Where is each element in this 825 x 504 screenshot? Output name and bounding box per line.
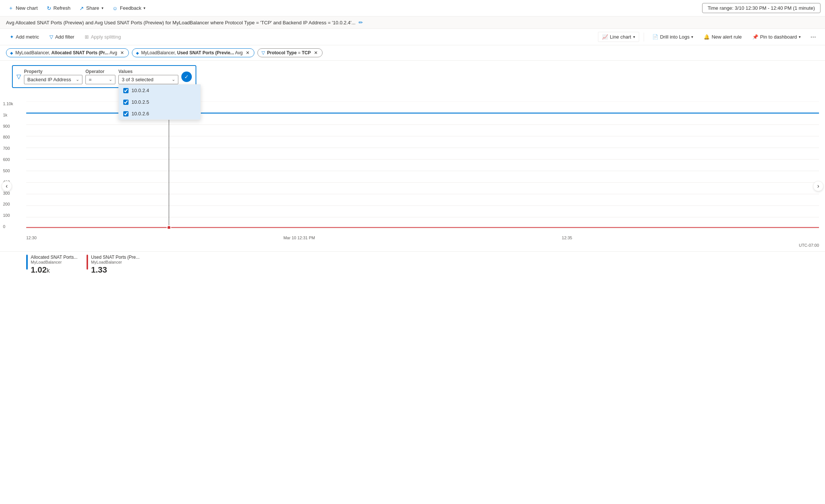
x-label-1230: 12:30 xyxy=(26,236,37,240)
diamond-icon-1: ◆ xyxy=(10,51,13,55)
feedback-button[interactable]: ☺ Feedback ▾ xyxy=(109,3,149,13)
property-label: Property xyxy=(24,69,82,74)
legend-info-1: Allocated SNAT Ports... MyLoadBalancer 1… xyxy=(31,255,78,275)
drill-chevron-icon: ▾ xyxy=(691,35,693,39)
y-label-0: 0 xyxy=(3,224,13,229)
top-toolbar: ＋ New chart ↻ Refresh ↗ Share ▾ ☺ Feedba… xyxy=(0,0,825,16)
legend-sub-1: MyLoadBalancer xyxy=(31,260,78,264)
add-metric-button[interactable]: ✦ Add metric xyxy=(6,32,43,42)
values-wrapper: Values 3 of 3 selected 10.0.2.4 10.0.2.5 xyxy=(118,69,178,84)
chart-nav-left-button[interactable]: ‹ xyxy=(1,181,12,191)
filter-editor: ▽ Property Backend IP Address Operator =… xyxy=(12,65,196,88)
legend-value-2: 1.33 xyxy=(91,265,140,275)
pin-to-dashboard-button[interactable]: 📌 Pin to dashboard ▾ xyxy=(749,32,804,42)
y-label-700: 700 xyxy=(3,146,13,151)
legend-color-bar-1 xyxy=(26,255,28,270)
y-label-100: 100 xyxy=(3,213,13,218)
remove-protocol-filter-button[interactable]: ✕ xyxy=(313,51,318,55)
drill-into-logs-button[interactable]: 📄 Drill into Logs ▾ xyxy=(649,32,697,42)
y-label-900: 900 xyxy=(3,124,13,128)
property-select[interactable]: Backend IP Address xyxy=(24,75,82,84)
x-label-1231: Mar 10 12:31 PM xyxy=(283,236,315,240)
y-label-600: 600 xyxy=(3,157,13,162)
legend-sub-2: MyLoadBalancer xyxy=(91,260,140,264)
legend-value-1: 1.02k xyxy=(31,265,78,275)
splitting-icon: ⊞ xyxy=(85,34,89,40)
chart-type-chevron-icon: ▾ xyxy=(633,35,635,39)
value-item-1[interactable]: 10.0.2.4 xyxy=(119,85,200,96)
remove-metric-2-button[interactable]: ✕ xyxy=(245,51,250,55)
legend-info-2: Used SNAT Ports (Pre... MyLoadBalancer 1… xyxy=(91,255,140,275)
operator-select[interactable]: = xyxy=(85,75,115,84)
legend-name-2: Used SNAT Ports (Pre... xyxy=(91,255,140,260)
alert-icon: 🔔 xyxy=(704,34,710,40)
value-label-2: 10.0.2.5 xyxy=(132,99,149,105)
value-checkbox-1[interactable] xyxy=(123,88,129,93)
value-item-2[interactable]: 10.0.2.5 xyxy=(119,96,200,108)
filter-editor-icon: ▽ xyxy=(16,73,21,80)
feedback-chevron-icon: ▾ xyxy=(143,6,145,10)
property-wrapper: Property Backend IP Address xyxy=(24,69,82,84)
legend-name-1: Allocated SNAT Ports... xyxy=(31,255,78,260)
values-popup: 10.0.2.4 10.0.2.5 10.0.2.6 xyxy=(118,84,201,120)
refresh-button[interactable]: ↻ Refresh xyxy=(43,3,75,13)
value-checkbox-2[interactable] xyxy=(123,100,129,105)
metric-chip-2: ◆ MyLoadBalancer, Used SNAT Ports (Previ… xyxy=(132,48,254,57)
x-label-1235: 12:35 xyxy=(562,236,572,240)
share-chevron-icon: ▾ xyxy=(102,6,103,10)
edit-icon[interactable]: ✏ xyxy=(359,19,363,25)
add-metric-icon: ✦ xyxy=(10,34,14,40)
confirm-filter-button[interactable]: ✓ xyxy=(181,72,192,82)
metric-chip-1: ◆ MyLoadBalancer, Allocated SNAT Ports (… xyxy=(6,48,129,57)
y-axis-labels: 1.10k 1k 900 800 700 600 500 400 300 200… xyxy=(3,101,13,229)
x-axis-labels: 12:30 Mar 10 12:31 PM 12:35 xyxy=(26,236,819,240)
y-label-1k: 1k xyxy=(3,113,13,117)
line-chart-icon: 📈 xyxy=(602,34,608,40)
protocol-filter-tag: ▽ Protocol Type = TCP ✕ xyxy=(257,48,323,57)
remove-metric-1-button[interactable]: ✕ xyxy=(120,51,125,55)
utc-label: UTC-07:00 xyxy=(799,243,819,248)
values-label: Values xyxy=(118,69,178,74)
chart-legend: Allocated SNAT Ports... MyLoadBalancer 1… xyxy=(0,251,825,278)
chart-container: 1.10k 1k 900 800 700 600 500 400 300 200… xyxy=(0,94,825,278)
apply-splitting-button[interactable]: ⊞ Apply splitting xyxy=(81,32,124,42)
feedback-icon: ☺ xyxy=(112,5,118,11)
drill-logs-icon: 📄 xyxy=(652,34,658,40)
legend-color-bar-2 xyxy=(87,255,88,270)
legend-item-1: Allocated SNAT Ports... MyLoadBalancer 1… xyxy=(26,255,78,275)
values-dropdown-wrapper: 3 of 3 selected 10.0.2.4 10.0.2.5 10.0.2… xyxy=(118,75,178,84)
time-range-button[interactable]: Time range: 3/10 12:30 PM - 12:40 PM (1 … xyxy=(702,3,821,13)
pin-icon: 📌 xyxy=(752,34,758,40)
chart-svg xyxy=(26,101,819,229)
chart-nav-right-button[interactable]: › xyxy=(813,181,824,191)
operator-wrapper: Operator = xyxy=(85,69,115,84)
plus-icon: ＋ xyxy=(8,5,13,12)
new-alert-rule-button[interactable]: 🔔 New alert rule xyxy=(700,32,745,42)
y-label-300: 300 xyxy=(3,191,13,195)
value-checkbox-3[interactable] xyxy=(123,111,129,116)
add-filter-icon: ▽ xyxy=(49,34,53,40)
filter-editor-container: ▽ Property Backend IP Address Operator =… xyxy=(0,61,825,94)
add-filter-button[interactable]: ▽ Add filter xyxy=(46,32,78,42)
more-options-button[interactable]: ··· xyxy=(807,31,819,43)
share-button[interactable]: ↗ Share ▾ xyxy=(76,3,107,13)
values-select-button[interactable]: 3 of 3 selected xyxy=(118,75,178,84)
pin-chevron-icon: ▾ xyxy=(799,35,801,39)
filter-icon: ▽ xyxy=(262,50,265,55)
value-label-1: 10.0.2.4 xyxy=(132,88,149,93)
y-label-200: 200 xyxy=(3,202,13,206)
y-label-500: 500 xyxy=(3,168,13,173)
new-chart-button[interactable]: ＋ New chart xyxy=(4,3,42,14)
legend-item-2: Used SNAT Ports (Pre... MyLoadBalancer 1… xyxy=(87,255,140,275)
svg-point-16 xyxy=(167,226,171,229)
y-label-1100: 1.10k xyxy=(3,101,13,106)
value-item-3[interactable]: 10.0.2.6 xyxy=(119,108,200,119)
value-label-3: 10.0.2.6 xyxy=(132,111,149,116)
secondary-toolbar: ✦ Add metric ▽ Add filter ⊞ Apply splitt… xyxy=(0,29,825,45)
chart-type-button[interactable]: 📈 Line chart ▾ xyxy=(598,32,639,42)
filter-bar: ◆ MyLoadBalancer, Allocated SNAT Ports (… xyxy=(0,45,825,61)
refresh-icon: ↻ xyxy=(47,5,51,11)
operator-label: Operator xyxy=(85,69,115,74)
page-title: Avg Allocated SNAT Ports (Preview) and A… xyxy=(6,20,356,25)
share-icon: ↗ xyxy=(79,5,84,11)
